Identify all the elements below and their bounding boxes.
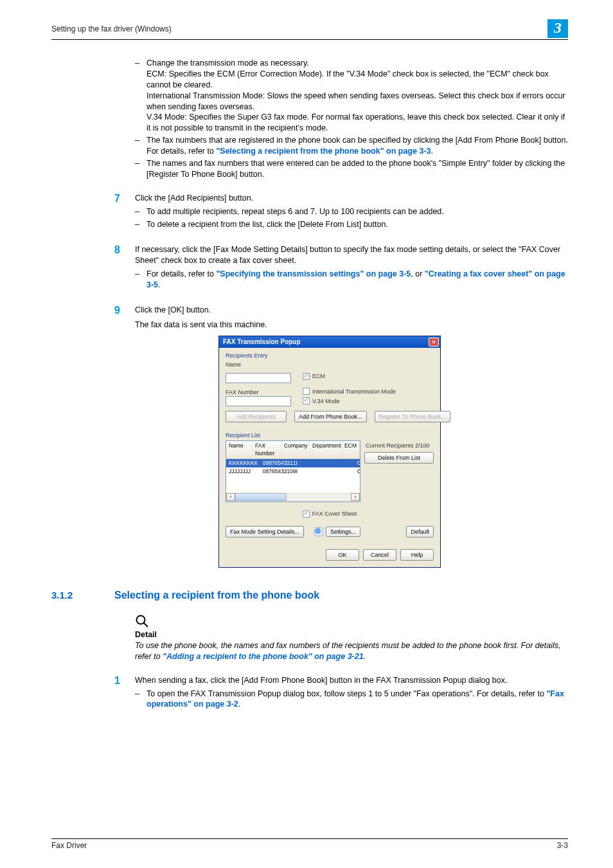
step-number: 9 [51, 303, 135, 318]
bullet-text: Change the transmission mode as necessar… [147, 58, 568, 69]
bullet-dash: – [135, 269, 147, 291]
bullet-dash: – [135, 689, 147, 710]
bullet-text: To open the FAX Transmission Popup dialo… [147, 689, 546, 698]
close-icon[interactable]: × [429, 338, 439, 347]
default-button[interactable]: Default [406, 526, 434, 538]
step-followup-text: The fax data is sent via this machine. [135, 320, 568, 330]
add-from-phone-book-button[interactable]: Add From Phone Book... [294, 411, 367, 422]
bullet-text: , or [411, 269, 425, 278]
page-header: Setting up the fax driver (Windows) 3 [51, 19, 568, 40]
recipient-list-label: Recipient List [226, 431, 434, 439]
bullet-text: . [238, 700, 240, 709]
bullet-text: . [431, 147, 433, 156]
list-item: – The names and fax numbers that were en… [135, 158, 568, 180]
bullet-text: For details, refer to [147, 269, 216, 278]
magnifier-icon [135, 614, 149, 628]
bullet-dash: – [135, 58, 147, 134]
bullet-text: The names and fax numbers that were ente… [147, 158, 568, 180]
col-fax: FAX Number [253, 441, 281, 458]
step-text: If necessary, click the [Fax Mode Settin… [135, 244, 568, 266]
help-button[interactable]: Help [400, 549, 434, 561]
register-to-phone-book-button[interactable]: Register To Phone Book... [375, 411, 450, 422]
table-row[interactable]: JJJJJJJJ 087654321098 On [226, 467, 360, 476]
fax-number-label: FAX Number [226, 388, 291, 396]
bullet-dash: – [135, 219, 147, 230]
bullet-text: To delete a recipient from the list, cli… [147, 219, 568, 230]
step-number: 1 [51, 674, 135, 712]
scroll-thumb[interactable] [235, 493, 287, 501]
step-text: When sending a fax, click the [Add From … [135, 675, 568, 686]
footer-page-number: 3-3 [557, 841, 568, 850]
detail-text: . [364, 652, 366, 661]
list-item: – Change the transmission mode as necess… [135, 58, 568, 134]
header-section-title: Setting up the fax driver (Windows) [51, 24, 172, 33]
ecm-checkbox[interactable] [303, 373, 310, 380]
recipients-entry-label: Recipients Entry [226, 352, 434, 359]
svg-point-0 [137, 616, 145, 624]
fax-transmission-popup-dialog: FAX Transmission Popup × Recipients Entr… [218, 336, 441, 568]
section-heading: 3.1.2 Selecting a recipient from the pho… [51, 588, 568, 602]
svg-line-1 [144, 623, 148, 627]
intl-mode-checkbox[interactable] [303, 388, 310, 395]
horizontal-scrollbar[interactable]: ‹ › [226, 493, 360, 502]
settings-icon [314, 527, 323, 536]
cross-ref-link[interactable]: "Specifying the transmission settings" o… [216, 269, 411, 278]
step-text: Click the [OK] button. [135, 305, 568, 316]
v34-checkbox[interactable] [303, 397, 310, 404]
bullet-text: . [158, 280, 160, 289]
scroll-left-icon[interactable]: ‹ [226, 493, 235, 501]
detail-label: Detail [135, 629, 568, 640]
step-text: Click the [Add Recipients] button. [135, 193, 568, 204]
fax-cover-sheet-checkbox[interactable] [303, 511, 310, 518]
col-company: Company [281, 441, 310, 458]
fax-number-input[interactable] [226, 396, 291, 406]
col-department: Department [310, 441, 342, 458]
cross-ref-link[interactable]: "Adding a recipient to the phone book" o… [163, 652, 364, 661]
step-number: 8 [51, 243, 135, 292]
intl-mode-label: International Transmission Mode [312, 388, 396, 395]
ecm-checkbox-label: ECM [312, 372, 325, 380]
bullet-dash: – [135, 158, 147, 180]
cross-ref-link[interactable]: "Selecting a recipient from the phone bo… [216, 147, 431, 156]
recipients-count: Current Recipients 2/100 [364, 440, 434, 449]
cancel-button[interactable]: Cancel [363, 549, 396, 561]
col-ecm: ECM [342, 441, 360, 458]
v34-label: V.34 Mode [312, 397, 340, 405]
list-item: – The fax numbers that are registered in… [135, 135, 568, 157]
list-item: – To delete a recipient from the list, c… [135, 219, 568, 230]
bullet-dash: – [135, 135, 147, 157]
delete-from-list-button[interactable]: Delete From List [364, 452, 434, 464]
col-name: Name [226, 441, 253, 458]
chapter-number-badge: 3 [547, 19, 568, 38]
footer-left: Fax Driver [51, 841, 87, 850]
bullet-dash: – [135, 206, 147, 217]
bullet-subtext: ECM: Specifies the ECM (Error Correction… [147, 69, 568, 91]
section-number: 3.1.2 [51, 589, 114, 602]
fax-cover-sheet-label: FAX Cover Sheet [312, 510, 357, 518]
ok-button[interactable]: OK [326, 549, 359, 561]
list-item: – To add multiple recipients, repeat ste… [135, 206, 568, 217]
bullet-subtext: V.34 Mode: Specifies the Super G3 fax mo… [147, 112, 568, 134]
page-footer: Fax Driver 3-3 [51, 838, 568, 850]
recipient-list-table[interactable]: Name FAX Number Company Department ECM K… [226, 440, 360, 502]
list-item: – To open the FAX Transmission Popup dia… [135, 689, 568, 710]
step-number: 7 [51, 192, 135, 232]
bullet-text: To add multiple recipients, repeat steps… [147, 206, 568, 217]
name-label: Name [226, 361, 241, 368]
section-title: Selecting a recipient from the phone boo… [114, 588, 319, 602]
add-recipients-button[interactable]: Add Recipients [226, 411, 287, 422]
fax-mode-setting-details-button[interactable]: Fax Mode Setting Details... [226, 526, 304, 538]
settings-button[interactable]: Settings... [326, 527, 360, 537]
scroll-right-icon[interactable]: › [351, 493, 360, 501]
bullet-subtext: International Transmission Mode: Slows t… [147, 91, 568, 113]
name-input[interactable] [226, 373, 291, 383]
dialog-title: FAX Transmission Popup [223, 338, 301, 347]
table-row[interactable]: KKKKKKKK 098765432110 On [226, 459, 360, 467]
list-item: – For details, refer to "Specifying the … [135, 269, 568, 291]
